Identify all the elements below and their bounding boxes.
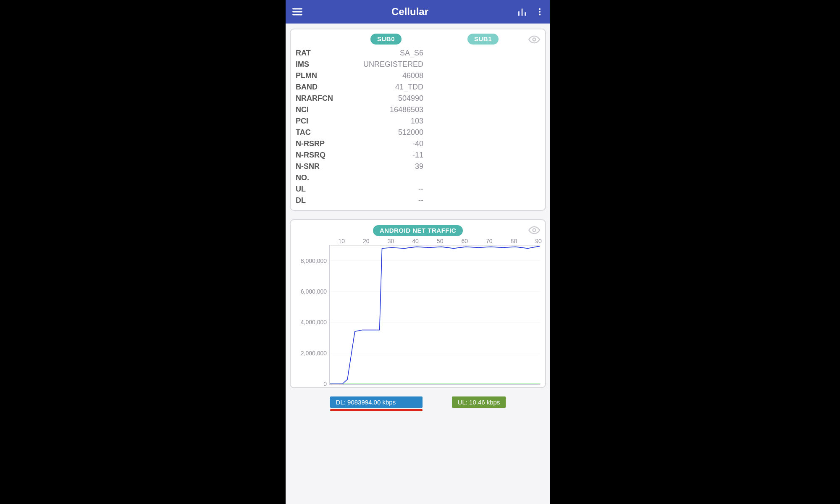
row-value: 504990 xyxy=(346,94,426,103)
row-value: 39 xyxy=(346,162,426,171)
menu-icon[interactable] xyxy=(291,6,303,18)
chart-x-axis: 102030405060708090 xyxy=(329,238,538,245)
row-key: N-RSRQ xyxy=(296,151,346,160)
row-key: NCI xyxy=(296,105,346,114)
table-row: PLMN46008 xyxy=(296,71,540,80)
tab-sub1[interactable]: SUB1 xyxy=(467,34,499,45)
svg-point-9 xyxy=(533,38,536,41)
svg-point-8 xyxy=(539,13,541,15)
cell-info-card: SUB0 SUB1 RATSA_S6IMSUNREGISTEREDPLMN460… xyxy=(290,29,546,211)
x-tick: 30 xyxy=(388,238,394,244)
row-key: RAT xyxy=(296,49,346,58)
traffic-label: ANDROID NET TRAFFIC xyxy=(373,225,463,236)
row-value: -- xyxy=(346,185,426,194)
eye-icon[interactable] xyxy=(528,224,540,238)
table-row: BAND41_TDD xyxy=(296,83,540,92)
appbar: Cellular xyxy=(286,0,550,24)
dl-underline xyxy=(330,409,423,411)
table-row: TAC512000 xyxy=(296,128,540,137)
row-key: PLMN xyxy=(296,71,346,80)
traffic-chart xyxy=(329,245,540,385)
traffic-card: ANDROID NET TRAFFIC 102030405060708090 0… xyxy=(290,219,546,388)
row-key: IMS xyxy=(296,60,346,69)
traffic-badges: DL: 9083994.00 kbps UL: 10.46 kbps xyxy=(290,396,546,411)
row-value: -40 xyxy=(346,139,426,148)
row-key: N-RSRP xyxy=(296,139,346,148)
x-tick: 60 xyxy=(461,238,468,244)
row-value: SA_S6 xyxy=(346,49,426,58)
x-tick: 80 xyxy=(511,238,517,244)
row-key: PCI xyxy=(296,117,346,126)
table-row: NCI16486503 xyxy=(296,105,540,114)
row-key: DL xyxy=(296,196,346,205)
overflow-icon[interactable] xyxy=(535,6,544,17)
row-key: N-SNR xyxy=(296,162,346,171)
svg-point-10 xyxy=(533,229,536,232)
y-tick: 2,000,000 xyxy=(301,350,327,357)
y-tick: 0 xyxy=(323,381,327,387)
x-tick: 20 xyxy=(363,238,370,244)
ul-badge: UL: 10.46 kbps xyxy=(452,396,506,408)
x-tick: 10 xyxy=(338,238,345,244)
y-tick: 4,000,000 xyxy=(301,319,327,326)
row-key: NO. xyxy=(296,173,346,182)
cell-info-table: RATSA_S6IMSUNREGISTEREDPLMN46008BAND41_T… xyxy=(296,49,540,205)
table-row: NO. xyxy=(296,173,540,182)
table-row: PCI103 xyxy=(296,117,540,126)
x-tick: 90 xyxy=(535,238,542,244)
row-key: NRARFCN xyxy=(296,94,346,103)
sub-tabs: SUB0 SUB1 xyxy=(296,34,540,45)
svg-point-7 xyxy=(539,11,541,13)
row-value: -- xyxy=(346,196,426,205)
eye-icon[interactable] xyxy=(528,34,540,47)
svg-point-6 xyxy=(539,8,541,10)
row-value: 46008 xyxy=(346,71,426,80)
table-row: NRARFCN504990 xyxy=(296,94,540,103)
table-row: UL-- xyxy=(296,185,540,194)
x-tick: 40 xyxy=(412,238,419,244)
dl-badge: DL: 9083994.00 kbps xyxy=(330,396,423,408)
row-value: UNREGISTERED xyxy=(346,60,426,69)
tab-sub0[interactable]: SUB0 xyxy=(370,34,402,45)
y-tick: 6,000,000 xyxy=(301,288,327,295)
x-tick: 70 xyxy=(486,238,493,244)
page-title: Cellular xyxy=(391,6,428,18)
table-row: RATSA_S6 xyxy=(296,49,540,58)
row-value: 512000 xyxy=(346,128,426,137)
stats-icon[interactable] xyxy=(517,6,528,17)
chart-y-axis: 02,000,0004,000,0006,000,0008,000,000 xyxy=(296,245,329,385)
table-row: N-RSRQ-11 xyxy=(296,151,540,160)
x-tick: 50 xyxy=(437,238,444,244)
row-key: BAND xyxy=(296,83,346,92)
row-value: 103 xyxy=(346,117,426,126)
row-value: -11 xyxy=(346,151,426,160)
row-value: 16486503 xyxy=(346,105,426,114)
content: SUB0 SUB1 RATSA_S6IMSUNREGISTEREDPLMN460… xyxy=(286,24,550,504)
table-row: DL-- xyxy=(296,196,540,205)
table-row: IMSUNREGISTERED xyxy=(296,60,540,69)
row-key: TAC xyxy=(296,128,346,137)
y-tick: 8,000,000 xyxy=(301,257,327,264)
table-row: N-RSRP-40 xyxy=(296,139,540,148)
row-value: 41_TDD xyxy=(346,83,426,92)
phone-frame: Cellular xyxy=(286,0,550,504)
table-row: N-SNR39 xyxy=(296,162,540,171)
row-key: UL xyxy=(296,185,346,194)
